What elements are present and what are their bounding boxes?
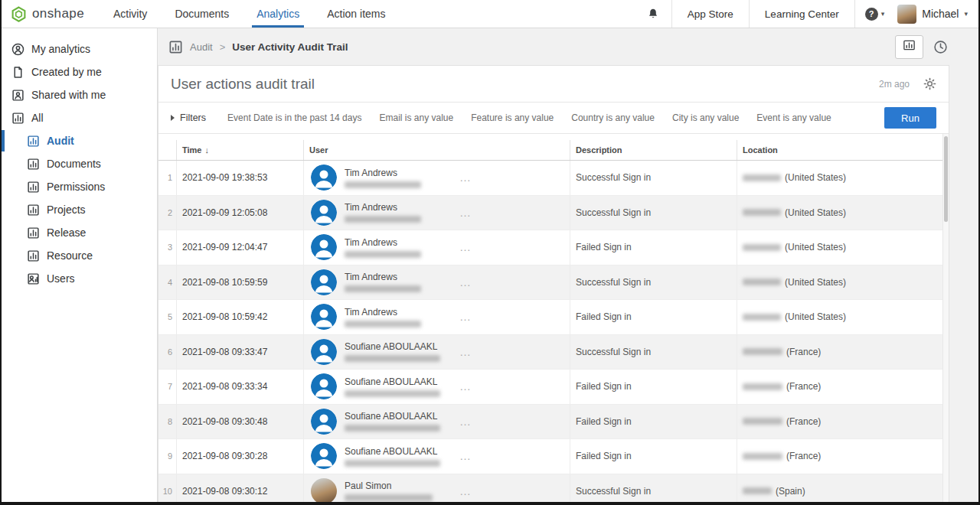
city-redacted: [743, 244, 781, 251]
sidebar-item-audit[interactable]: Audit: [2, 129, 157, 152]
cell-time: 2021-09-08 09:30:28: [177, 439, 304, 474]
table-row[interactable]: 22021-09-09 12:05:08Tim Andrews…Successf…: [158, 196, 949, 231]
user-avatar-icon: [311, 304, 337, 330]
report-card: User actions audit trail 2m ago Filters …: [158, 65, 949, 502]
window-frame: onshape ActivityDocumentsAnalyticsAction…: [0, 0, 980, 505]
table-row[interactable]: 62021-09-08 09:33:47Soufiane ABOULAAKL…S…: [158, 335, 949, 370]
scrollbar-thumb[interactable]: [944, 136, 948, 222]
chevron-down-icon: ▾: [964, 10, 968, 18]
row-number: 3: [158, 230, 177, 265]
row-number: 6: [158, 335, 177, 370]
city-redacted: [743, 383, 782, 390]
user-avatar-icon: [311, 339, 337, 365]
country-label: (France): [786, 381, 821, 392]
cell-description: Failed Sign in: [570, 230, 737, 265]
sidebar-item-projects[interactable]: Projects: [2, 198, 157, 221]
notifications-bell-icon[interactable]: [635, 0, 671, 28]
chevron-down-icon: ▾: [881, 10, 885, 18]
row-user-name: Soufiane ABOULAAKL: [345, 376, 443, 387]
filter-chip[interactable]: Feature is any value: [471, 112, 554, 123]
column-header-time[interactable]: Time↓: [177, 140, 304, 160]
filter-chip[interactable]: City is any value: [672, 112, 739, 123]
table-row[interactable]: 32021-09-09 12:04:47Tim Andrews…Failed S…: [158, 230, 949, 266]
report-view-button[interactable]: [895, 35, 923, 59]
breadcrumb-parent[interactable]: Audit: [190, 41, 213, 53]
learning-center-link[interactable]: Learning Center: [750, 0, 854, 28]
user-avatar: [897, 5, 916, 24]
filter-chip[interactable]: Event is any value: [756, 112, 831, 123]
filters-label: Filters: [180, 112, 206, 123]
onshape-logo[interactable]: onshape: [2, 0, 100, 28]
column-header-description[interactable]: Description: [570, 140, 737, 160]
user-avatar-icon: [311, 443, 337, 469]
table-row[interactable]: 12021-09-09 19:38:53Tim Andrews…Successf…: [158, 161, 949, 196]
cell-time: 2021-09-08 09:33:47: [177, 335, 304, 370]
filters-toggle[interactable]: Filters: [171, 112, 206, 123]
table-row[interactable]: 42021-09-08 10:59:59Tim Andrews…Successf…: [158, 266, 949, 301]
sidebar-item-users[interactable]: Users: [2, 267, 157, 290]
table-row[interactable]: 52021-09-08 10:59:42Tim Andrews…Failed S…: [158, 300, 949, 335]
brand-name: onshape: [32, 6, 84, 21]
nav-item-activity[interactable]: Activity: [100, 0, 161, 28]
country-label: (France): [786, 451, 821, 461]
table-row[interactable]: 102021-09-08 09:30:12Paul Simon…Successf…: [158, 474, 949, 503]
cell-location: (France): [737, 370, 949, 404]
user-avatar-icon: [311, 373, 337, 399]
cell-location: (United States): [737, 230, 949, 265]
sidebar-item-release[interactable]: Release: [2, 221, 157, 244]
column-header-user[interactable]: User: [304, 140, 570, 160]
sidebar-item-created-by-me[interactable]: Created by me: [2, 60, 157, 83]
cell-user: Tim Andrews…: [304, 300, 570, 334]
country-label: (France): [786, 416, 821, 427]
cell-location: (United States): [737, 196, 949, 230]
cell-time: 2021-09-08 09:30:48: [177, 405, 304, 439]
audit-table: Time↓UserDescriptionLocation 12021-09-09…: [158, 134, 949, 502]
filter-chip[interactable]: Email is any value: [379, 112, 453, 123]
cell-user: Tim Andrews…: [304, 230, 570, 265]
sidebar-item-permissions[interactable]: Permissions: [2, 175, 157, 198]
city-redacted: [743, 453, 782, 460]
user-email-redacted: [345, 494, 433, 501]
sidebar-item-label: Projects: [47, 204, 86, 216]
last-updated-label: 2m ago: [879, 79, 910, 90]
cell-description: Failed Sign in: [570, 405, 737, 439]
table-row[interactable]: 72021-09-08 09:33:34Soufiane ABOULAAKL…F…: [158, 370, 949, 405]
country-label: (United States): [785, 242, 846, 252]
sidebar-item-resource[interactable]: Resource: [2, 244, 157, 267]
help-menu[interactable]: ? ▾: [855, 0, 895, 28]
app-store-link[interactable]: App Store: [672, 0, 749, 28]
row-number: 10: [158, 474, 177, 503]
sidebar-item-all[interactable]: All: [2, 106, 157, 129]
user-avatar-icon: [311, 165, 337, 191]
cell-location: (France): [737, 439, 949, 474]
sidebar-item-documents[interactable]: Documents: [2, 152, 157, 175]
nav-item-documents[interactable]: Documents: [161, 0, 243, 28]
nav-item-action-items[interactable]: Action items: [313, 0, 399, 28]
sidebar-item-my-analytics[interactable]: My analytics: [2, 37, 157, 60]
filter-chip[interactable]: Event Date is in the past 14 days: [227, 112, 361, 123]
nav-item-analytics[interactable]: Analytics: [243, 0, 313, 28]
table-row[interactable]: 92021-09-08 09:30:28Soufiane ABOULAAKL…F…: [158, 439, 949, 474]
sidebar-item-label: Permissions: [47, 181, 105, 193]
scrollbar[interactable]: [942, 134, 949, 502]
person-doc-icon: [11, 89, 24, 102]
gear-icon[interactable]: [923, 77, 936, 90]
row-user-name: Tim Andrews: [345, 307, 443, 318]
cell-description: Successful Sign in: [570, 266, 737, 300]
cell-location: (France): [737, 335, 949, 370]
chart-doc-icon: [27, 158, 40, 171]
user-email-redacted: [345, 321, 421, 327]
topbar-nav: ActivityDocumentsAnalyticsAction items: [100, 0, 399, 28]
history-clock-icon[interactable]: [933, 40, 948, 54]
breadcrumb-current: User Activity Audit Trail: [232, 41, 348, 53]
cell-description: Successful Sign in: [570, 474, 737, 503]
filter-chip[interactable]: Country is any value: [571, 112, 655, 123]
user-email-redacted: [345, 251, 421, 258]
sidebar-item-shared-with-me[interactable]: Shared with me: [2, 83, 157, 106]
cell-location: (Spain): [737, 474, 949, 503]
report-title: User actions audit trail: [171, 76, 315, 93]
table-row[interactable]: 82021-09-08 09:30:48Soufiane ABOULAAKL…F…: [158, 405, 949, 440]
column-header-location[interactable]: Location: [737, 140, 949, 160]
run-button[interactable]: Run: [884, 107, 936, 129]
user-menu[interactable]: Michael ▾: [894, 0, 978, 28]
